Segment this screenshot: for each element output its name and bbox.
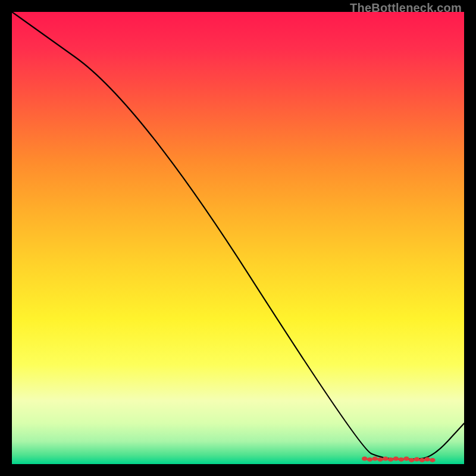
trough-marker xyxy=(377,458,383,462)
trough-marker xyxy=(419,458,425,462)
marker-cluster xyxy=(362,456,436,462)
bottleneck-curve-path xyxy=(12,12,464,459)
trough-marker xyxy=(430,458,436,462)
trough-marker xyxy=(367,458,373,462)
trough-marker xyxy=(424,457,430,461)
trough-marker xyxy=(372,456,378,461)
trough-marker xyxy=(414,457,420,461)
trough-marker xyxy=(388,458,394,462)
trough-marker xyxy=(362,456,368,461)
chart-svg xyxy=(12,12,464,464)
trough-marker xyxy=(393,456,399,461)
trough-marker xyxy=(403,456,409,461)
series-line xyxy=(12,12,464,459)
trough-marker xyxy=(398,458,404,462)
chart-container: TheBottleneck.com xyxy=(0,0,476,476)
trough-marker xyxy=(409,458,415,462)
plot-area xyxy=(12,12,464,464)
trough-marker xyxy=(383,456,389,461)
watermark-text: TheBottleneck.com xyxy=(350,1,462,15)
